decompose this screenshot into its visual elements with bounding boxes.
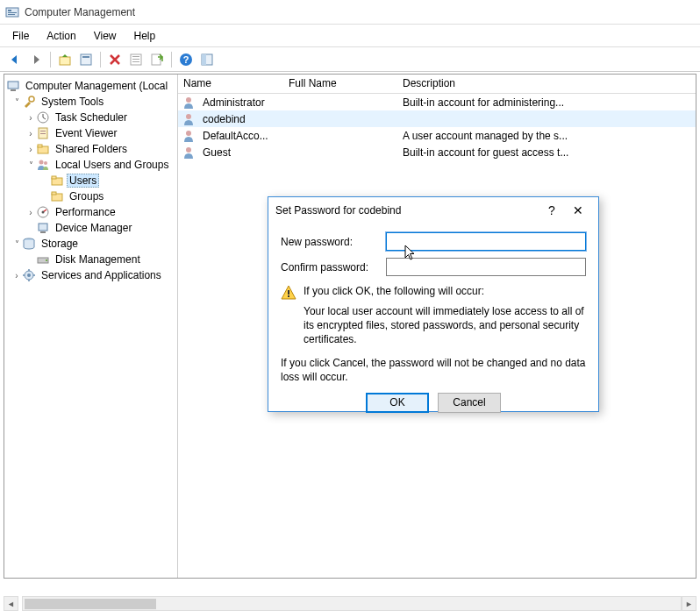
cell-name: Administrator — [197, 96, 283, 110]
expand-icon[interactable]: › — [11, 271, 22, 281]
confirm-password-label: Confirm password: — [281, 261, 386, 274]
menu-action[interactable]: Action — [39, 27, 82, 45]
dialog-titlebar[interactable]: Set Password for codebind ? ✕ — [268, 197, 598, 224]
scroll-left-icon[interactable]: ◄ — [4, 596, 18, 611]
tree-scrollbar[interactable]: ◄ ► — [4, 596, 696, 611]
scroll-track[interactable] — [22, 596, 682, 611]
user-icon — [182, 112, 196, 126]
scroll-thumb[interactable] — [25, 599, 156, 609]
tree-local-users-groups[interactable]: ˅ Local Users and Groups — [6, 157, 175, 173]
cell-name: DefaultAcco... — [197, 129, 283, 143]
list-row[interactable]: codebind — [178, 110, 696, 127]
expand-icon[interactable]: › — [25, 208, 36, 217]
menu-view[interactable]: View — [87, 27, 124, 45]
tools-icon — [22, 95, 36, 109]
svg-rect-24 — [38, 145, 42, 147]
ok-button[interactable]: OK — [366, 393, 429, 413]
svg-point-26 — [44, 161, 47, 165]
cell-full — [283, 135, 397, 137]
menu-file[interactable]: File — [5, 27, 36, 45]
svg-rect-5 — [81, 54, 91, 65]
device-icon — [36, 221, 50, 235]
warning-heading: If you click OK, the following will occu… — [304, 285, 484, 301]
cell-desc: Built-in account for guest access t... — [397, 146, 696, 160]
svg-rect-33 — [39, 224, 47, 231]
svg-text:?: ? — [183, 54, 189, 65]
export-button[interactable] — [147, 50, 167, 69]
shared-folder-icon — [36, 142, 50, 156]
column-full-name[interactable]: Full Name — [283, 75, 397, 93]
window-titlebar: Computer Management — [0, 0, 700, 25]
column-description[interactable]: Description — [397, 75, 696, 93]
new-password-label: New password: — [281, 236, 386, 248]
delete-button[interactable] — [105, 50, 125, 69]
collapse-icon[interactable]: ˅ — [11, 97, 22, 107]
list-row[interactable]: Guest Built-in account for guest access … — [178, 144, 696, 160]
cancel-button[interactable]: Cancel — [438, 393, 501, 413]
menu-help[interactable]: Help — [127, 27, 163, 45]
svg-rect-15 — [202, 54, 206, 65]
forward-button[interactable] — [26, 50, 46, 69]
user-icon — [182, 129, 196, 143]
toolbar-separator — [50, 52, 51, 67]
scroll-right-icon[interactable]: ► — [682, 596, 696, 611]
up-button[interactable] — [55, 50, 75, 69]
collapse-icon[interactable]: ˅ — [11, 239, 22, 249]
svg-point-39 — [27, 274, 31, 277]
tree-system-tools[interactable]: ˅ System Tools — [6, 94, 175, 110]
tree-performance[interactable]: › Performance — [6, 204, 175, 220]
list-row[interactable]: DefaultAcco... A user account managed by… — [178, 127, 696, 144]
refresh-button[interactable] — [126, 50, 146, 69]
tree-services-applications[interactable]: › Services and Applications — [6, 267, 175, 283]
svg-point-18 — [29, 96, 34, 102]
column-name[interactable]: Name — [178, 75, 283, 93]
help-button[interactable]: ? — [176, 50, 196, 69]
list-header: Name Full Name Description — [178, 75, 696, 94]
expand-icon[interactable]: › — [25, 129, 36, 139]
confirm-password-input[interactable] — [386, 258, 586, 276]
new-password-input[interactable] — [386, 232, 586, 251]
dialog-title: Set Password for codebind — [275, 204, 539, 217]
back-button[interactable] — [5, 50, 25, 69]
tree-disk-management[interactable]: Disk Management — [6, 252, 175, 267]
cell-desc: Built-in account for administering... — [397, 96, 696, 110]
dialog-close-button[interactable]: ✕ — [565, 200, 591, 221]
dialog-body: New password: Confirm password: If you c… — [268, 224, 598, 420]
tree-device-manager[interactable]: Device Manager — [6, 220, 175, 236]
svg-rect-2 — [8, 12, 17, 13]
properties-button[interactable] — [76, 50, 96, 69]
user-icon — [182, 96, 196, 110]
expand-icon[interactable]: › — [25, 145, 36, 154]
tree-groups[interactable]: Groups — [6, 188, 175, 204]
collapse-icon[interactable]: ˅ — [25, 160, 36, 170]
svg-rect-22 — [40, 133, 46, 134]
tree-storage[interactable]: ˅ Storage — [6, 236, 175, 252]
svg-point-32 — [42, 211, 45, 214]
tree-event-viewer[interactable]: › Event Viewer — [6, 125, 175, 141]
cell-desc — [397, 118, 696, 120]
folder-icon — [50, 189, 64, 203]
svg-rect-44 — [288, 290, 289, 295]
svg-point-43 — [186, 147, 191, 153]
svg-rect-21 — [40, 131, 46, 131]
app-icon — [5, 5, 19, 19]
cell-desc: A user account managed by the s... — [397, 129, 696, 143]
svg-rect-1 — [8, 10, 11, 11]
show-hide-button[interactable] — [197, 50, 217, 69]
tree-shared-folders[interactable]: › Shared Folders — [6, 141, 175, 157]
tree-root[interactable]: Computer Management (Local — [6, 78, 175, 94]
svg-rect-3 — [8, 14, 15, 15]
tree-task-scheduler[interactable]: › Task Scheduler — [6, 110, 175, 125]
set-password-dialog: Set Password for codebind ? ✕ New passwo… — [268, 196, 599, 412]
svg-rect-4 — [60, 57, 70, 65]
clock-icon — [36, 110, 50, 124]
expand-icon[interactable]: › — [25, 113, 36, 123]
tree-users[interactable]: Users — [6, 173, 175, 188]
svg-point-40 — [186, 97, 191, 103]
dialog-help-button[interactable]: ? — [539, 200, 565, 221]
navigation-tree[interactable]: Computer Management (Local ˅ System Tool… — [4, 75, 178, 578]
svg-rect-28 — [52, 176, 56, 179]
svg-point-25 — [39, 160, 44, 165]
list-row[interactable]: Administrator Built-in account for admin… — [178, 94, 696, 110]
user-icon — [182, 146, 196, 160]
